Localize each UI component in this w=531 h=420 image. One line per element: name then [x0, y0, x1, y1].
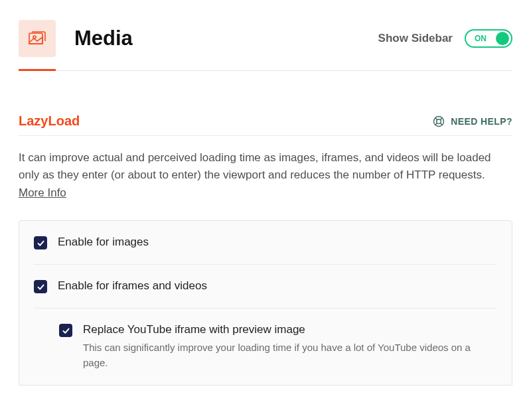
svg-line-7	[441, 123, 443, 125]
svg-point-3	[437, 119, 441, 123]
option-enable-images: Enable for images	[34, 221, 497, 265]
page-header: Media Show Sidebar ON	[19, 20, 512, 71]
options-panel: Enable for images Enable for iframes and…	[19, 220, 512, 385]
toggle-state-label: ON	[475, 34, 487, 43]
media-icon	[19, 20, 56, 57]
svg-line-4	[435, 117, 437, 119]
check-icon	[37, 283, 45, 291]
option-text: Replace YouTube iframe with preview imag…	[83, 323, 497, 370]
checkbox-replace-youtube[interactable]	[59, 324, 72, 337]
active-tab-indicator	[19, 69, 56, 71]
checkbox-enable-iframes[interactable]	[34, 280, 47, 293]
more-info-link[interactable]: More Info	[19, 186, 66, 199]
check-icon	[62, 326, 70, 335]
need-help-link[interactable]: NEED HELP?	[432, 115, 512, 128]
svg-line-6	[435, 123, 437, 125]
page-title: Media	[74, 27, 133, 50]
option-enable-iframes: Enable for iframes and videos	[34, 265, 497, 309]
option-replace-youtube: Replace YouTube iframe with preview imag…	[34, 309, 497, 385]
checkbox-enable-images[interactable]	[34, 236, 47, 249]
lifebuoy-icon	[432, 115, 445, 128]
option-label-iframes: Enable for iframes and videos	[58, 279, 207, 293]
section-title: LazyLoad	[19, 113, 80, 129]
section-description-text: It can improve actual and perceived load…	[19, 151, 491, 181]
need-help-text: NEED HELP?	[451, 116, 512, 127]
option-text: Enable for images	[58, 236, 149, 249]
header-right: Show Sidebar ON	[378, 29, 512, 48]
toggle-knob	[496, 32, 509, 45]
svg-line-5	[441, 117, 443, 119]
option-text: Enable for iframes and videos	[58, 279, 207, 293]
show-sidebar-label: Show Sidebar	[378, 32, 453, 45]
option-desc-youtube: This can significantly improve your load…	[83, 340, 497, 370]
check-icon	[37, 239, 45, 247]
sidebar-toggle[interactable]: ON	[465, 29, 512, 48]
section-description: It can improve actual and perceived load…	[19, 149, 512, 202]
section-header: LazyLoad NEED HELP?	[19, 113, 512, 136]
option-label-youtube: Replace YouTube iframe with preview imag…	[83, 323, 497, 336]
option-label-images: Enable for images	[58, 236, 149, 249]
header-left: Media	[19, 20, 133, 57]
